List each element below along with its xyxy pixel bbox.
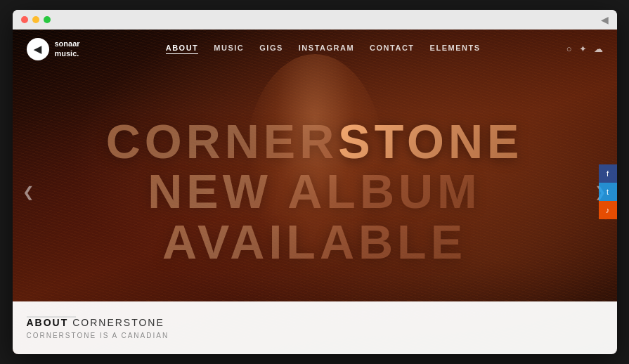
twitter-side-button[interactable]: t xyxy=(599,183,617,201)
browser-chrome: ◀ xyxy=(13,10,617,30)
bottom-title-bold: ABOUT xyxy=(27,317,69,328)
maximize-button[interactable] xyxy=(44,16,51,23)
logo-icon: ◀ xyxy=(27,38,49,60)
site-wrapper: ◀ sonaar music. ABOUT MUSIC GIGS INSTAGR… xyxy=(13,30,617,354)
hero-text: CORNERSTONE NEW ALBUM AVAILABLE xyxy=(106,117,524,267)
logo-text: sonaar music. xyxy=(55,39,80,58)
navbar: ◀ sonaar music. ABOUT MUSIC GIGS INSTAGR… xyxy=(13,30,617,68)
close-button[interactable] xyxy=(21,16,28,23)
twitter-nav-icon[interactable]: ✦ xyxy=(579,44,587,54)
soundcloud-nav-icon[interactable]: ☁ xyxy=(594,44,603,54)
bottom-title: ABOUT CORNERSTONE xyxy=(27,317,603,328)
browser-window: ◀ ◀ sonaar music. ABOUT MUSIC GIGS INSTA… xyxy=(13,10,617,354)
instagram-icon[interactable]: ○ xyxy=(566,44,572,54)
side-social: f t ♪ xyxy=(599,164,617,219)
logo[interactable]: ◀ sonaar music. xyxy=(27,38,80,60)
minimize-button[interactable] xyxy=(32,16,39,23)
browser-back-icon[interactable]: ◀ xyxy=(601,14,609,25)
facebook-side-button[interactable]: f xyxy=(599,164,617,183)
soundcloud-side-button[interactable]: ♪ xyxy=(599,201,617,219)
hero-title-line3: AVAILABLE xyxy=(106,217,524,267)
nav-link-instagram[interactable]: INSTAGRAM xyxy=(299,44,354,54)
nav-link-about[interactable]: ABOUT xyxy=(166,44,199,54)
bottom-subtitle: CORNERSTONE IS A CANADIAN xyxy=(27,332,603,339)
hero-title-line1: CORNERSTONE xyxy=(106,117,524,167)
bottom-panel: ABOUT CORNERSTONE CORNERSTONE IS A CANAD… xyxy=(13,301,617,354)
nav-link-elements[interactable]: ELEMENTS xyxy=(430,44,481,54)
nav-link-gigs[interactable]: GIGS xyxy=(259,44,283,54)
nav-link-contact[interactable]: CONTACT xyxy=(370,44,414,54)
nav-links: ABOUT MUSIC GIGS INSTAGRAM CONTACT ELEME… xyxy=(166,44,481,54)
nav-social: ○ ✦ ☁ xyxy=(566,44,603,54)
hero-title-line2: NEW ALBUM xyxy=(106,167,524,216)
bottom-title-normal: CORNERSTONE xyxy=(68,317,164,328)
prev-slide-button[interactable]: ❮ xyxy=(18,181,39,202)
nav-link-music[interactable]: MUSIC xyxy=(214,44,244,54)
